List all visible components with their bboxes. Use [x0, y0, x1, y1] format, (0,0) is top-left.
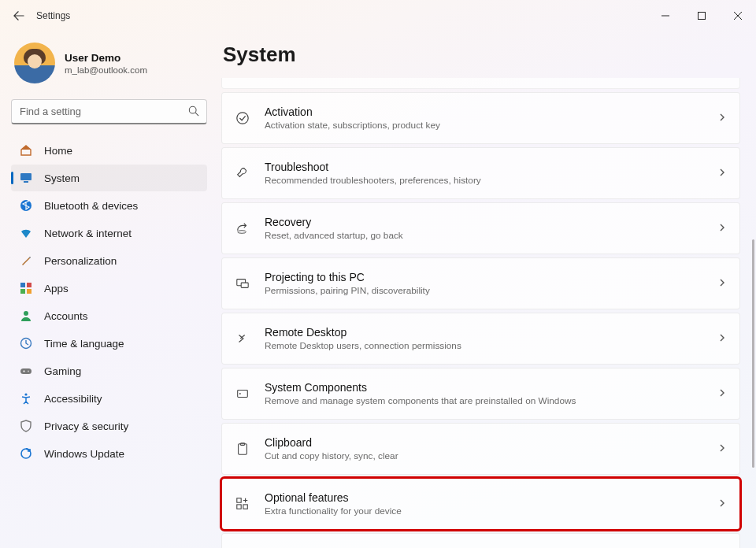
chevron-right-icon [717, 498, 727, 510]
sidebar-item-label: Home [44, 145, 72, 157]
chevron-right-icon [717, 223, 727, 235]
troubleshoot-icon [235, 166, 250, 180]
back-button[interactable] [8, 5, 30, 27]
apps-icon [19, 281, 33, 295]
sidebar-item-bluetooth[interactable]: Bluetooth & devices [11, 192, 207, 219]
search-icon [188, 106, 199, 119]
user-card[interactable]: User Demo m_lab@outlook.com [11, 38, 207, 99]
scrollbar[interactable] [751, 35, 754, 545]
close-button[interactable] [720, 3, 756, 28]
remote-icon [235, 331, 250, 346]
sidebar-item-accounts[interactable]: Accounts [11, 302, 207, 329]
svg-line-3 [195, 113, 198, 116]
svg-point-2 [189, 106, 196, 113]
network-icon [19, 226, 33, 240]
svg-rect-10 [27, 289, 32, 294]
sidebar-item-label: System [44, 172, 80, 184]
list-item-troubleshoot[interactable]: TroubleshootRecommended troubleshooters,… [221, 147, 740, 199]
avatar [14, 43, 55, 83]
svg-rect-4 [20, 173, 32, 180]
optional-icon [235, 497, 250, 511]
main: System ActivationActivation state, subsc… [217, 31, 756, 548]
list-item-title: Recovery [265, 216, 717, 228]
list-item-title: Projecting to this PC [265, 271, 717, 283]
svg-rect-5 [24, 181, 28, 183]
svg-rect-8 [27, 283, 32, 287]
svg-rect-7 [20, 283, 25, 287]
chevron-right-icon [717, 113, 727, 124]
content: User Demo m_lab@outlook.com HomeSystemBl… [0, 31, 756, 548]
privacy-icon [19, 419, 33, 433]
sidebar-item-label: Personalization [44, 255, 117, 267]
sidebar-item-network[interactable]: Network & internet [11, 220, 207, 246]
list-item-desc: Reset, advanced startup, go back [265, 230, 717, 241]
sidebar-item-time[interactable]: Time & language [11, 330, 207, 357]
sidebar-item-label: Apps [44, 283, 69, 294]
list-item-desc: Permissions, pairing PIN, discoverabilit… [265, 285, 717, 296]
list-item-about[interactable]: AboutDevice specifications, rename PC, W… [221, 533, 740, 548]
list-item-desc: Cut and copy history, sync, clear [265, 450, 717, 461]
sidebar-item-privacy[interactable]: Privacy & security [11, 413, 207, 439]
list-item-title: Troubleshoot [265, 161, 717, 173]
list-item-desc: Remote Desktop users, connection permiss… [265, 340, 717, 351]
access-icon [19, 391, 33, 405]
svg-point-18 [238, 231, 246, 234]
sidebar-item-update[interactable]: Windows Update [11, 440, 207, 467]
window-controls [647, 3, 756, 28]
sidebar: User Demo m_lab@outlook.com HomeSystemBl… [0, 31, 217, 548]
list-item-recovery[interactable]: RecoveryReset, advanced startup, go back [221, 202, 740, 254]
search-wrap [11, 99, 207, 124]
scroll-thumb[interactable] [752, 239, 754, 468]
sidebar-item-label: Accessibility [44, 393, 102, 405]
close-icon [734, 12, 742, 20]
svg-point-22 [239, 393, 241, 394]
maximize-button[interactable] [684, 3, 720, 28]
minimize-button[interactable] [647, 3, 684, 28]
home-icon [19, 143, 33, 157]
maximize-icon [698, 12, 706, 20]
svg-rect-25 [237, 498, 241, 502]
list-item-title: Optional features [265, 491, 717, 504]
clipboard-icon [235, 442, 250, 456]
svg-rect-26 [237, 505, 241, 509]
sidebar-item-label: Privacy & security [44, 420, 128, 432]
search-input[interactable] [11, 99, 207, 124]
list-item-desc: Activation state, subscriptions, product… [265, 120, 717, 131]
svg-point-17 [237, 113, 248, 124]
chevron-right-icon [717, 278, 727, 290]
list-item-title: Clipboard [265, 436, 717, 449]
list-item-title: Activation [265, 106, 717, 118]
page-title: System [223, 43, 740, 67]
list-item-components[interactable]: System ComponentsRemove and manage syste… [221, 368, 740, 420]
recovery-icon [235, 221, 250, 235]
list-item-remote[interactable]: Remote DesktopRemote Desktop users, conn… [221, 313, 740, 365]
sidebar-item-home[interactable]: Home [11, 137, 207, 164]
svg-point-14 [28, 371, 29, 372]
time-icon [19, 336, 33, 350]
svg-rect-27 [243, 505, 247, 509]
list-item-optional[interactable]: Optional featuresExtra functionality for… [221, 478, 740, 530]
list-item-activation[interactable]: ActivationActivation state, subscription… [221, 92, 740, 144]
sidebar-item-apps[interactable]: Apps [11, 275, 207, 302]
user-email: m_lab@outlook.com [65, 65, 147, 75]
svg-rect-20 [241, 283, 248, 287]
sidebar-item-gaming[interactable]: Gaming [11, 357, 207, 384]
activation-icon [235, 111, 250, 125]
sidebar-item-system[interactable]: System [11, 165, 207, 191]
svg-rect-21 [238, 391, 248, 398]
sidebar-item-personal[interactable]: Personalization [11, 247, 207, 274]
personal-icon [19, 254, 33, 268]
bluetooth-icon [19, 198, 33, 213]
chevron-right-icon [717, 168, 727, 180]
sidebar-item-access[interactable]: Accessibility [11, 385, 207, 412]
gaming-icon [19, 364, 33, 378]
list-item-clipboard[interactable]: ClipboardCut and copy history, sync, cle… [221, 423, 740, 475]
sidebar-item-label: Time & language [44, 338, 124, 350]
list-item-desc: Recommended troubleshooters, preferences… [265, 175, 717, 186]
arrow-left-icon [13, 10, 24, 21]
update-icon [19, 446, 33, 461]
svg-point-11 [24, 311, 28, 316]
list-item-prev-stub [221, 78, 740, 89]
list-item-projecting[interactable]: Projecting to this PCPermissions, pairin… [221, 257, 740, 309]
list-item-desc: Extra functionality for your device [265, 505, 717, 517]
